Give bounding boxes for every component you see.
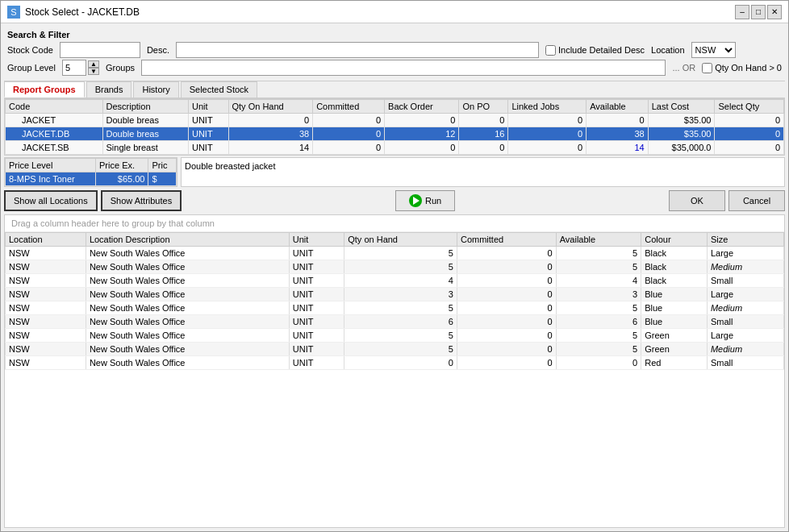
run-label: Run (425, 196, 441, 206)
cell-back-order: 0 (385, 141, 459, 155)
location-table-row[interactable]: NSW New South Wales Office UNIT 5 0 5 Bl… (6, 301, 784, 315)
tab-report-groups[interactable]: Report Groups (4, 81, 85, 98)
titlebar-left: S Stock Select - JACKET.DB (7, 6, 140, 19)
cell-loc-size: Medium (707, 260, 783, 274)
cell-loc-desc: New South Wales Office (86, 288, 289, 301)
cell-available: 38 (587, 127, 648, 141)
close-button[interactable]: ✕ (767, 5, 782, 19)
location-label: Location (651, 45, 685, 55)
desc-input[interactable] (176, 42, 539, 58)
cell-loc-colour: Green (641, 329, 708, 343)
stock-code-label: Stock Code (7, 45, 53, 55)
col-loc-unit: Unit (289, 233, 344, 247)
cell-loc-size: Small (707, 274, 783, 288)
cell-available: 14 (587, 141, 648, 155)
price-panel: Price Level Price Ex. Pric 8-MPS Inc Ton… (4, 157, 177, 187)
cell-loc-size: Small (707, 315, 783, 329)
cell-loc-committed: 0 (457, 356, 556, 370)
group-level-down[interactable]: ▼ (88, 68, 99, 75)
minimize-button[interactable]: – (735, 5, 749, 19)
cell-loc-qty: 5 (344, 343, 457, 356)
cell-loc-committed: 0 (457, 288, 556, 301)
cell-linked: 0 (508, 127, 587, 141)
qty-on-hand-checkbox-label[interactable]: Qty On Hand > 0 (702, 63, 782, 73)
app-icon: S (7, 6, 20, 19)
cell-on-po: 16 (459, 127, 508, 141)
cell-loc-size: Large (707, 288, 783, 301)
cell-loc-qty: 6 (344, 315, 457, 329)
col-committed: Committed (313, 100, 385, 114)
cell-loc-unit: UNIT (289, 343, 344, 356)
col-loc-colour: Colour (641, 233, 708, 247)
location-table-row[interactable]: NSW New South Wales Office UNIT 5 0 5 Gr… (6, 343, 784, 356)
location-table-row[interactable]: NSW New South Wales Office UNIT 5 0 5 Bl… (6, 247, 784, 260)
cell-last-cost: $35,000.0 (648, 141, 715, 155)
tab-brands[interactable]: Brands (86, 81, 132, 98)
location-table-row[interactable]: NSW New South Wales Office UNIT 5 0 5 Bl… (6, 260, 784, 274)
location-table-row[interactable]: NSW New South Wales Office UNIT 5 0 5 Gr… (6, 329, 784, 343)
cell-code: JACKET.DB (6, 127, 103, 141)
description-panel: Double breasted jacket (181, 157, 785, 187)
stock-table-row[interactable]: JACKET.DB Double breas UNIT 38 0 12 16 0… (6, 127, 784, 141)
cell-desc: Double breas (102, 114, 188, 127)
cell-loc-available: 5 (556, 247, 641, 260)
include-detailed-desc-checkbox-label[interactable]: Include Detailed Desc (545, 45, 645, 56)
description-text: Double breasted jacket (185, 161, 276, 171)
stock-table-row[interactable]: JACKET Double breas UNIT 0 0 0 0 0 0 $35… (6, 114, 784, 127)
group-level-input[interactable] (62, 60, 86, 76)
cell-loc-unit: UNIT (289, 301, 344, 315)
or-label: ... OR (672, 63, 695, 73)
location-select[interactable]: NSW (691, 42, 736, 58)
cell-loc-desc: New South Wales Office (86, 274, 289, 288)
cell-loc-location: NSW (6, 301, 86, 315)
col-qty-on-hand: Qty On Hand (228, 100, 313, 114)
run-button[interactable]: Run (395, 190, 455, 211)
tab-selected-stock[interactable]: Selected Stock (181, 81, 257, 98)
location-table-row[interactable]: NSW New South Wales Office UNIT 0 0 0 Re… (6, 356, 784, 370)
cell-loc-colour: Black (641, 247, 708, 260)
cancel-button[interactable]: Cancel (728, 190, 785, 211)
window-controls: – □ ✕ (735, 5, 782, 19)
group-level-up[interactable]: ▲ (88, 60, 99, 68)
cell-loc-colour: Black (641, 274, 708, 288)
col-loc-desc: Location Description (86, 233, 289, 247)
cell-loc-desc: New South Wales Office (86, 301, 289, 315)
cell-unit: UNIT (188, 127, 228, 141)
stock-code-input[interactable] (60, 42, 140, 58)
location-table-row[interactable]: NSW New South Wales Office UNIT 3 0 3 Bl… (6, 288, 784, 301)
run-icon (409, 194, 422, 207)
col-linked-jobs: Linked Jobs (508, 100, 587, 114)
cell-loc-size: Large (707, 247, 783, 260)
location-table-row[interactable]: NSW New South Wales Office UNIT 6 0 6 Bl… (6, 315, 784, 329)
stock-table-row[interactable]: JACKET.SB Single breast UNIT 14 0 0 0 0 … (6, 141, 784, 155)
location-table-row[interactable]: NSW New South Wales Office UNIT 4 0 4 Bl… (6, 274, 784, 288)
col-back-order: Back Order (385, 100, 459, 114)
cell-code: JACKET (6, 114, 103, 127)
cell-loc-qty: 5 (344, 260, 457, 274)
show-attributes-button[interactable]: Show Attributes (101, 190, 182, 211)
price-table-row[interactable]: 8-MPS Inc Toner $65.00 $ (6, 172, 177, 186)
maximize-button[interactable]: □ (751, 5, 766, 19)
tab-history[interactable]: History (133, 81, 178, 98)
cell-on-po: 0 (459, 141, 508, 155)
cell-loc-unit: UNIT (289, 247, 344, 260)
qty-on-hand-checkbox[interactable] (702, 63, 712, 73)
include-detailed-desc-checkbox[interactable] (545, 45, 556, 56)
cell-desc: Double breas (102, 127, 188, 141)
cell-loc-colour: Red (641, 356, 708, 370)
cell-loc-unit: UNIT (289, 356, 344, 370)
col-select-qty: Select Qty (715, 100, 784, 114)
show-all-locations-button[interactable]: Show all Locations (4, 190, 98, 211)
cell-loc-available: 4 (556, 274, 641, 288)
cell-loc-desc: New South Wales Office (86, 315, 289, 329)
col-code: Code (6, 100, 103, 114)
ok-button[interactable]: OK (669, 190, 725, 211)
col-price-level: Price Level (6, 159, 96, 172)
cell-loc-colour: Blue (641, 315, 708, 329)
cell-loc-committed: 0 (457, 343, 556, 356)
cell-loc-committed: 0 (457, 329, 556, 343)
groups-input[interactable] (141, 60, 666, 76)
group-level-container: ▲ ▼ (62, 60, 99, 76)
col-loc-location: Location (6, 233, 86, 247)
cell-loc-location: NSW (6, 329, 86, 343)
